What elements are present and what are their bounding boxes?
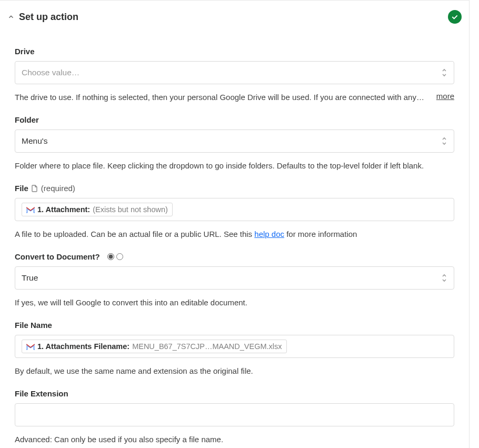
chevron-up-icon[interactable] (7, 13, 15, 21)
ext-input[interactable] (15, 403, 454, 426)
sort-icon (441, 68, 447, 77)
file-pill-value: (Exists but not shown) (93, 205, 168, 214)
file-required: (required) (41, 184, 75, 193)
filename-pill[interactable]: 1. Attachments Filename: MENU_B67_7S7CJP… (22, 340, 287, 353)
drive-select[interactable]: Choose value… (15, 61, 454, 84)
filename-label: File Name (15, 321, 454, 330)
convert-value: True (22, 273, 38, 283)
convert-select[interactable]: True (15, 266, 454, 290)
sort-icon (441, 273, 447, 283)
drive-placeholder: Choose value… (22, 68, 79, 77)
help-doc-link[interactable]: help doc (254, 230, 284, 238)
convert-radio-off[interactable] (116, 253, 123, 260)
convert-helper: If yes, we will tell Google to convert t… (15, 297, 454, 308)
drive-label: Drive (15, 47, 454, 56)
gmail-icon (26, 343, 35, 350)
sort-icon (441, 136, 447, 146)
drive-more-link[interactable]: more (436, 92, 454, 101)
file-pill-prefix: 1. Attachment: (37, 205, 90, 214)
document-icon (32, 185, 38, 192)
filename-pill-value: MENU_B67_7S7CJP…MAAND_VEGM.xlsx (132, 342, 282, 351)
convert-radio-on[interactable] (107, 253, 114, 260)
status-check-icon (448, 10, 462, 24)
file-helper: A file to be uploaded. Can be an actual … (15, 228, 454, 240)
folder-label: Folder (15, 115, 454, 124)
filename-helper: By default, we use the same name and ext… (15, 365, 454, 376)
filename-pill-prefix: 1. Attachments Filename: (37, 342, 129, 351)
section-title: Set up action (19, 12, 448, 23)
convert-label: Convert to Document? (15, 252, 100, 261)
folder-helper: Folder where to place file. Keep clickin… (15, 160, 454, 171)
convert-radio-group (107, 253, 123, 260)
file-input[interactable]: 1. Attachment: (Exists but not shown) (15, 198, 454, 221)
ext-helper: Advanced: Can only be used if you also s… (15, 434, 454, 445)
folder-value: Menu's (22, 136, 47, 146)
filename-input[interactable]: 1. Attachments Filename: MENU_B67_7S7CJP… (15, 335, 454, 358)
folder-select[interactable]: Menu's (15, 130, 454, 153)
file-pill[interactable]: 1. Attachment: (Exists but not shown) (22, 203, 173, 216)
ext-label: File Extension (15, 389, 454, 398)
gmail-icon (26, 206, 35, 213)
file-label: File (15, 184, 28, 193)
drive-helper: The drive to use. If nothing is selected… (15, 92, 428, 103)
